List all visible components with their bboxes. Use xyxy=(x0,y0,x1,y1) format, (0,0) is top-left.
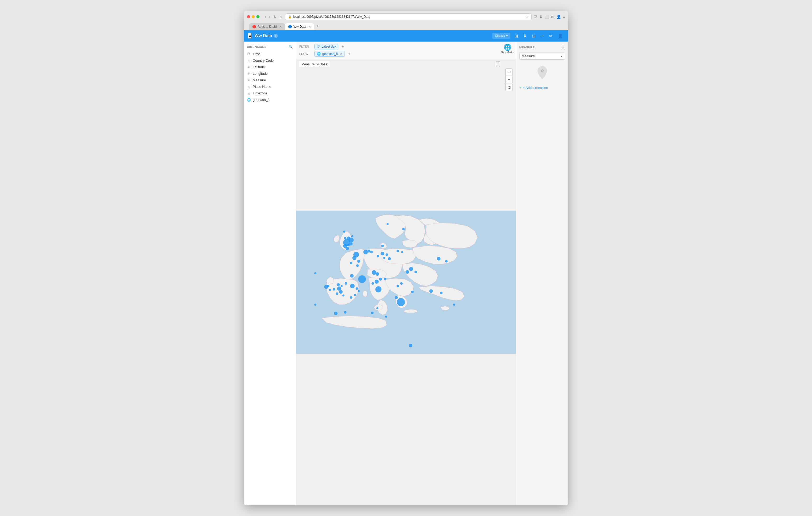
geo-icon: 🌐 xyxy=(247,98,251,102)
filter-tag-latest-day[interactable]: ⏱ Latest day xyxy=(314,44,338,50)
pin-placeholder-icon xyxy=(534,65,550,81)
sidebar-item-measure[interactable]: # Measure xyxy=(244,77,296,83)
show-tag-geohash[interactable]: 🌐 geohash_8 ✕ xyxy=(314,51,345,57)
browser-window: ‹ › ↻ ⌂ 🔒 localhost:9095/pivot/d/9d178c1… xyxy=(244,11,568,505)
map-menu-button[interactable]: ··· xyxy=(496,61,500,67)
classic-label: Classic xyxy=(495,34,505,38)
grid-icon[interactable]: ⊞ xyxy=(551,14,554,19)
svg-point-53 xyxy=(437,257,440,261)
sidebar-item-place-name[interactable]: △ Place Name xyxy=(244,83,296,90)
measure-panel-title: MEASURE xyxy=(519,46,535,49)
svg-point-47 xyxy=(440,292,443,294)
account-button[interactable]: 👤 xyxy=(557,32,564,39)
svg-point-29 xyxy=(333,288,336,291)
svg-point-38 xyxy=(409,267,413,271)
filter-add-button[interactable]: + xyxy=(340,44,345,49)
sidebar-item-longitude[interactable]: # Longitude xyxy=(244,70,296,77)
app-topbar: ≡ Ww Data i Classic ▾ ⊞ ⬇ ⊟ ··· ✏ 👤 xyxy=(244,30,568,41)
svg-point-30 xyxy=(341,285,343,287)
grid-view-button[interactable]: ⊞ xyxy=(514,32,519,39)
new-tab-button[interactable]: + xyxy=(314,22,321,30)
svg-point-13 xyxy=(385,253,388,256)
sidebar-more-button[interactable]: ··· xyxy=(285,45,288,49)
show-tag-geo-icon: 🌐 xyxy=(317,52,321,56)
browser-chrome: ‹ › ↻ ⌂ 🔒 localhost:9095/pivot/d/9d178c1… xyxy=(244,11,568,30)
svg-point-7 xyxy=(349,242,353,245)
download-view-button[interactable]: ⬇ xyxy=(522,32,528,39)
svg-point-67 xyxy=(343,231,345,233)
tab-apache-druid[interactable]: 🔴 Apache Druid ✕ xyxy=(249,23,285,30)
menu-icon[interactable]: ≡ xyxy=(563,14,565,19)
svg-point-26 xyxy=(372,282,374,285)
svg-point-73 xyxy=(409,344,412,347)
back-button[interactable]: ‹ xyxy=(264,14,267,19)
geo-marks-globe-icon: 🌐 xyxy=(503,44,512,51)
address-bar[interactable]: 🔒 localhost:9095/pivot/d/9d178c158338421… xyxy=(285,13,531,20)
svg-point-42 xyxy=(397,285,399,287)
measure-panel-menu[interactable]: ··· xyxy=(561,45,565,50)
sidebar-item-latitude[interactable]: # Latitude xyxy=(244,64,296,70)
svg-point-45 xyxy=(411,291,414,293)
shield-icon[interactable]: 🛡 xyxy=(534,14,537,19)
edit-button[interactable]: ✏ xyxy=(548,32,554,39)
number-icon-lon: # xyxy=(247,72,251,75)
tab-ww-data-close[interactable]: ✕ xyxy=(309,25,311,29)
download-icon[interactable]: ⬇ xyxy=(540,14,543,19)
hamburger-button[interactable]: ≡ xyxy=(248,33,252,39)
table-view-button[interactable]: ⊟ xyxy=(531,32,536,39)
zoom-out-button[interactable]: − xyxy=(505,76,513,83)
svg-point-62 xyxy=(385,315,387,317)
show-add-button[interactable]: + xyxy=(347,52,351,56)
svg-point-20 xyxy=(356,264,359,267)
sidebar-header: DIMENSIONS ··· 🔍 xyxy=(244,45,296,51)
sidebar-search-button[interactable]: 🔍 xyxy=(289,45,293,49)
star-icon[interactable]: ☆ xyxy=(525,14,529,19)
right-panel: MEASURE ··· Measure ▼ xyxy=(516,41,568,505)
svg-point-27 xyxy=(375,286,381,292)
extensions-icon[interactable]: ⬜ xyxy=(545,14,549,19)
svg-point-61 xyxy=(371,311,374,314)
svg-point-40 xyxy=(405,270,409,274)
traffic-light-red[interactable] xyxy=(247,15,250,18)
add-dimension-button[interactable]: + + Add dimension xyxy=(519,86,548,90)
svg-point-66 xyxy=(324,285,328,289)
measure-select[interactable]: Measure xyxy=(519,53,565,60)
zoom-in-button[interactable]: + xyxy=(505,68,513,76)
traffic-light-yellow[interactable] xyxy=(252,15,255,18)
svg-point-3 xyxy=(344,237,347,240)
sidebar-item-time[interactable]: ⏱ Time xyxy=(244,51,296,57)
profile-icon[interactable]: 👤 xyxy=(556,14,561,19)
sidebar-item-geohash[interactable]: 🌐 geohash_8 xyxy=(244,96,296,103)
refresh-button[interactable]: ↻ xyxy=(272,14,278,19)
more-options-button[interactable]: ··· xyxy=(540,32,545,39)
string-icon-tz: △ xyxy=(247,91,251,95)
home-button[interactable]: ⌂ xyxy=(279,14,283,19)
svg-point-14 xyxy=(377,255,379,257)
forward-button[interactable]: › xyxy=(268,14,271,19)
number-icon-lat: # xyxy=(247,65,251,69)
nav-buttons: ‹ › ↻ ⌂ xyxy=(264,14,283,19)
show-tag-geohash-close[interactable]: ✕ xyxy=(340,52,342,56)
sidebar-header-actions: ··· 🔍 xyxy=(285,45,293,49)
tab-apache-druid-close[interactable]: ✕ xyxy=(280,25,282,29)
filter-row: FILTER ⏱ Latest day + xyxy=(299,44,492,50)
svg-point-72 xyxy=(314,272,316,274)
svg-point-19 xyxy=(350,262,352,264)
browser-controls: ‹ › ↻ ⌂ 🔒 localhost:9095/pivot/d/9d178c1… xyxy=(247,13,565,20)
classic-button[interactable]: Classic ▾ xyxy=(492,33,511,39)
sidebar-item-country-code[interactable]: △ Country Code xyxy=(244,57,296,64)
sidebar-item-timezone[interactable]: △ Timezone xyxy=(244,90,296,96)
reset-button[interactable]: ↺ xyxy=(505,84,513,91)
info-icon[interactable]: i xyxy=(273,34,278,38)
geo-marks-button[interactable]: 🌐 Geo Marks xyxy=(501,44,514,54)
svg-point-46 xyxy=(429,290,433,293)
map-controls: + − ↺ xyxy=(505,68,513,91)
geo-marks-label: Geo Marks xyxy=(501,51,514,54)
browser-tabs: 🔴 Apache Druid ✕ 🔵 Ww Data ✕ + xyxy=(247,22,565,30)
map-title: Measure: 28.84 k xyxy=(299,61,329,67)
show-tag-geohash-label: geohash_8 xyxy=(322,52,338,56)
show-row: SHOW 🌐 geohash_8 ✕ + xyxy=(299,51,492,57)
classic-arrow: ▾ xyxy=(506,34,508,38)
tab-ww-data[interactable]: 🔵 Ww Data ✕ xyxy=(285,23,314,30)
traffic-light-green[interactable] xyxy=(256,15,260,18)
